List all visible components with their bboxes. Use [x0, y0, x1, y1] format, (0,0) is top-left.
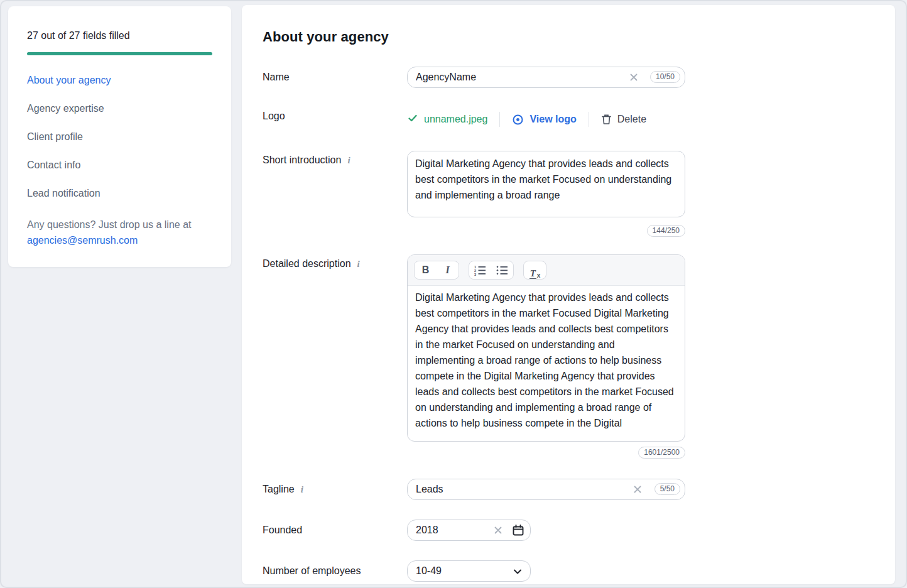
- founded-label: Founded: [263, 520, 407, 541]
- detailed-description-editor-body[interactable]: Digital Marketing Agency that provides l…: [408, 286, 685, 442]
- section-nav: About your agency Agency expertise Clien…: [27, 75, 212, 199]
- unordered-list-icon: [496, 264, 508, 276]
- calendar-icon[interactable]: [513, 525, 524, 536]
- uploaded-logo-file: unnamed.jpeg: [407, 112, 487, 126]
- name-counter-badge: 10/50: [650, 71, 680, 83]
- divider: [589, 112, 589, 127]
- about-your-agency-panel: About your agency Name 10/50 Logo: [242, 5, 895, 584]
- tagline-label: Tagline i: [263, 479, 407, 500]
- italic-button[interactable]: I: [437, 261, 459, 279]
- employees-row: Number of employees 10-49: [263, 560, 895, 582]
- clear-formatting-icon: T: [530, 269, 536, 279]
- short-introduction-textarea[interactable]: Digital Marketing Agency that provides l…: [407, 151, 685, 217]
- detailed-description-row: Detailed description i B I 123: [263, 254, 895, 459]
- founded-field-wrap: [407, 520, 531, 541]
- clear-formatting-button[interactable]: T x: [524, 261, 546, 279]
- logo-row: Logo unnamed.jpeg View logo: [263, 111, 895, 127]
- rich-text-editor: B I 123: [407, 254, 685, 442]
- chevron-down-icon: [513, 567, 523, 577]
- svg-text:3: 3: [474, 273, 476, 276]
- divider: [499, 112, 500, 127]
- progress-text: 27 out of 27 fields filled: [27, 30, 212, 41]
- detailed-description-counter-badge: 1601/2500: [638, 447, 685, 459]
- info-icon[interactable]: i: [357, 259, 360, 270]
- founded-clear-icon[interactable]: [493, 525, 503, 535]
- tagline-row: Tagline i 5/50: [263, 479, 895, 500]
- support-email-link[interactable]: agencies@semrush.com: [27, 235, 138, 246]
- logo-filename: unnamed.jpeg: [424, 114, 487, 125]
- page-title: About your agency: [263, 29, 895, 45]
- name-row: Name 10/50: [263, 67, 895, 88]
- view-logo-button[interactable]: View logo: [512, 114, 576, 126]
- bold-button[interactable]: B: [415, 261, 437, 279]
- info-icon[interactable]: i: [347, 155, 350, 166]
- progress-sidebar: 27 out of 27 fields filled About your ag…: [8, 6, 231, 267]
- eye-icon: [512, 114, 524, 126]
- tagline-input[interactable]: [407, 479, 685, 500]
- clear-format-group: T x: [523, 261, 546, 280]
- employees-select[interactable]: 10-49: [407, 560, 531, 582]
- detailed-description-label: Detailed description i: [263, 254, 407, 270]
- tagline-clear-icon[interactable]: [633, 484, 643, 494]
- info-icon[interactable]: i: [301, 484, 303, 495]
- ordered-list-icon: 123: [474, 264, 486, 276]
- employees-selected-value: 10-49: [416, 565, 442, 577]
- support-note: Any questions? Just drop us a line at ag…: [27, 217, 212, 248]
- support-note-text: Any questions? Just drop us a line at: [27, 219, 192, 230]
- name-clear-icon[interactable]: [629, 72, 639, 82]
- logo-label: Logo: [263, 111, 407, 122]
- editor-toolbar: B I 123: [408, 255, 685, 286]
- trash-icon: [601, 114, 612, 125]
- delete-logo-button[interactable]: Delete: [601, 114, 646, 125]
- sidebar-item-client-profile[interactable]: Client profile: [27, 131, 212, 143]
- name-field-wrap: 10/50: [407, 67, 685, 88]
- short-introduction-label: Short introduction i: [263, 151, 407, 166]
- name-input[interactable]: [407, 67, 685, 88]
- employees-label: Number of employees: [263, 560, 407, 582]
- short-introduction-counter-badge: 144/250: [647, 225, 685, 237]
- short-introduction-row: Short introduction i Digital Marketing A…: [263, 151, 895, 237]
- tagline-field-wrap: 5/50: [407, 479, 685, 500]
- unordered-list-button[interactable]: [491, 261, 513, 279]
- founded-row: Founded: [263, 520, 895, 541]
- sidebar-item-contact-info[interactable]: Contact info: [27, 160, 212, 171]
- tagline-counter-badge: 5/50: [654, 483, 680, 495]
- name-label: Name: [263, 67, 407, 88]
- sidebar-item-about-your-agency[interactable]: About your agency: [27, 75, 212, 86]
- text-style-group: B I: [414, 261, 459, 280]
- agency-form: Name 10/50 Logo: [263, 67, 895, 582]
- progress-bar: [27, 52, 212, 55]
- check-icon: [407, 112, 418, 126]
- sidebar-item-agency-expertise[interactable]: Agency expertise: [27, 103, 212, 114]
- ordered-list-button[interactable]: 123: [469, 261, 491, 279]
- list-group: 123: [469, 261, 514, 280]
- sidebar-item-lead-notification[interactable]: Lead notification: [27, 188, 212, 199]
